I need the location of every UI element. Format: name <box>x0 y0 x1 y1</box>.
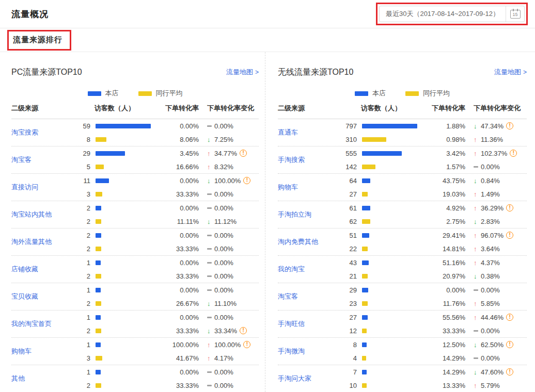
source-link[interactable]: 宝贝收藏 <box>11 283 76 310</box>
source-link[interactable]: 购物车 <box>278 174 342 201</box>
source-link[interactable]: 其他 <box>11 365 76 392</box>
conversion-rate: 0.00% <box>158 286 199 294</box>
conversion-rate: 1.88% <box>424 122 465 130</box>
up-arrow-icon: ↑ <box>207 355 214 362</box>
source-link[interactable]: 淘内免费其他 <box>278 228 342 255</box>
own-store-bar <box>96 178 109 183</box>
wireless-traffic-map-link[interactable]: 流量地图> <box>494 68 527 77</box>
warning-icon[interactable]: ! <box>240 327 247 334</box>
source-link[interactable]: 淘宝客 <box>278 283 342 310</box>
peer-average-bar <box>362 192 368 197</box>
conversion-rate: 0.00% <box>158 122 199 130</box>
arrow-glyph: ↑ <box>474 136 477 143</box>
bar-track <box>96 342 158 347</box>
conversion-change: ↓33.34%! <box>199 327 259 335</box>
warning-icon[interactable]: ! <box>240 150 247 157</box>
bar-track <box>96 260 158 265</box>
table-row: 手淘搜索5553.42%↑102.37%!1421.57%0.00% <box>278 146 527 174</box>
visitors-count: 2 <box>76 232 90 239</box>
source-link[interactable]: 淘宝站内其他 <box>11 201 76 228</box>
bar-track <box>96 370 158 374</box>
warning-icon[interactable]: ! <box>243 341 250 348</box>
peer-line: 1233.33%0.00% <box>342 324 527 337</box>
bar-track <box>96 178 158 183</box>
warning-icon[interactable]: ! <box>506 341 513 348</box>
conversion-change-value: 100.00% <box>214 177 241 185</box>
conversion-change-value: 0.00% <box>214 204 233 212</box>
peer-line: 3100.98%↑11.36% <box>342 133 527 146</box>
warning-icon[interactable]: ! <box>506 122 513 129</box>
visitors-count: 2 <box>76 272 90 280</box>
peer-average-label: 同行平均 <box>423 89 450 98</box>
visitors-count: 1 <box>76 286 90 294</box>
source-link[interactable]: 手淘拍立淘 <box>278 201 342 228</box>
source-link[interactable]: 淘外流量其他 <box>11 228 76 255</box>
bar-track <box>362 124 424 128</box>
own-store-bar <box>96 233 101 238</box>
flat-dash-icon <box>207 371 214 373</box>
bar-track <box>96 329 158 333</box>
source-link[interactable]: 直通车 <box>278 119 342 146</box>
source-link[interactable]: 手淘搜索 <box>278 146 342 173</box>
up-arrow-icon: ↑ <box>207 341 214 348</box>
source-link[interactable]: 店铺收藏 <box>11 256 76 283</box>
bar-track <box>96 383 158 388</box>
bar-track <box>362 370 424 374</box>
calendar-button[interactable]: 15 <box>506 6 524 22</box>
conversion-rate: 3.45% <box>158 150 199 157</box>
conversion-change-value: 11.12% <box>214 218 237 225</box>
conversion-change-value: 4.17% <box>214 354 233 362</box>
bar-track <box>362 206 424 210</box>
warning-icon[interactable]: ! <box>243 177 250 184</box>
source-link[interactable]: 手淘问大家 <box>278 365 342 392</box>
conversion-change: ↑96.07%! <box>465 232 527 239</box>
warning-icon[interactable]: ! <box>510 150 517 157</box>
source-link[interactable]: 淘宝客 <box>11 146 76 173</box>
pc-traffic-map-link[interactable]: 流量地图> <box>226 68 259 77</box>
table-row: 淘宝搜索590.00%0.00%88.06%↓7.25% <box>11 119 259 146</box>
source-link[interactable]: 直接访问 <box>11 174 76 201</box>
visitors-count: 1 <box>76 314 90 321</box>
visitors-count: 2 <box>76 327 90 335</box>
own-line: 20.00%0.00% <box>76 228 259 242</box>
peer-line: 226.67%↓11.10% <box>76 297 259 310</box>
own-store-bar <box>96 151 125 156</box>
flat-dash <box>207 262 212 264</box>
wireless-legend: 本店 同行平均 <box>278 90 527 96</box>
source-link[interactable]: 购物车 <box>11 338 76 365</box>
row-lines: 7971.88%↓47.34%!3100.98%↑11.36% <box>342 119 527 146</box>
conversion-change-value: 0.00% <box>481 354 500 362</box>
pc-traffic-panel: PC流量来源TOP10 流量地图> 本店 同行平均 二级来源 访客数（人） 下单… <box>0 52 265 392</box>
warning-icon[interactable]: ! <box>506 314 513 321</box>
table-row: 店铺收藏10.00%0.00%233.33%0.00% <box>11 256 259 283</box>
arrow-glyph: ↓ <box>207 328 211 334</box>
source-link[interactable]: 我的淘宝 <box>278 256 342 283</box>
peer-average-label: 同行平均 <box>156 89 183 98</box>
conversion-change-value: 7.25% <box>214 136 233 143</box>
visitors-count: 4 <box>342 354 357 362</box>
conversion-change-value: 5.85% <box>481 300 500 307</box>
source-link[interactable]: 手淘旺信 <box>278 311 342 337</box>
calendar-icon: 15 <box>510 10 521 19</box>
visitors-count: 2 <box>76 382 90 389</box>
source-link[interactable]: 淘宝搜索 <box>11 119 76 146</box>
date-range-picker[interactable]: 最近30天（2017-08-14~2017-09-12） 15 <box>379 6 525 22</box>
conversion-change-value: 0.00% <box>214 368 233 376</box>
own-store-label: 本店 <box>105 89 119 98</box>
wireless-panel-header: 无线流量来源TOP10 流量地图> <box>278 67 527 78</box>
conversion-change-value: 62.50% <box>481 341 503 349</box>
bar-track <box>96 219 158 224</box>
source-link[interactable]: 我的淘宝首页 <box>11 311 76 337</box>
warning-icon[interactable]: ! <box>506 232 513 239</box>
table-row: 淘宝客290.00%0.00%2311.76%↑5.85% <box>278 283 527 311</box>
own-store-bar <box>362 233 369 238</box>
page-header: 流量概况 最近30天（2017-08-14~2017-09-12） 15 <box>0 0 535 28</box>
warning-icon[interactable]: ! <box>506 368 513 375</box>
source-link[interactable]: 手淘微淘 <box>278 338 342 365</box>
warning-icon[interactable]: ! <box>506 204 513 211</box>
conversion-change: 0.00% <box>199 286 259 294</box>
visitors-count: 7 <box>342 368 357 376</box>
visitors-count: 2 <box>76 218 90 225</box>
arrow-glyph: ↑ <box>474 246 477 252</box>
own-store-bar <box>96 315 101 320</box>
